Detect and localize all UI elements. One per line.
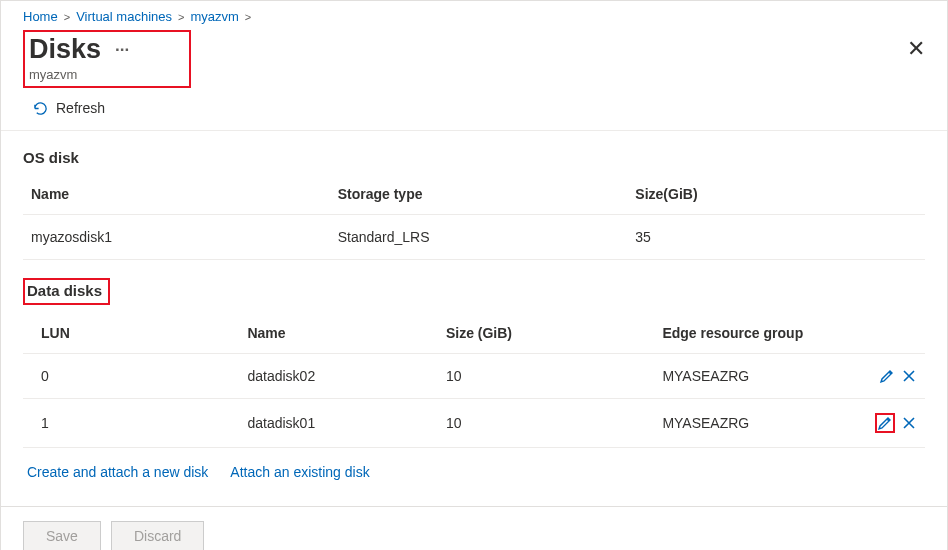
close-button[interactable]: ✕: [907, 36, 925, 62]
data-disk-size: 10: [438, 354, 654, 399]
data-disk-name: datadisk02: [239, 354, 437, 399]
save-button[interactable]: Save: [23, 521, 101, 550]
refresh-icon: [33, 101, 48, 116]
data-disks-section-title: Data disks: [23, 278, 110, 305]
os-disk-name: myazosdisk1: [23, 215, 330, 260]
chevron-right-icon: >: [64, 11, 70, 23]
edit-button[interactable]: [879, 368, 895, 384]
data-disk-erg: MYASEAZRG: [654, 399, 852, 448]
data-col-erg: Edge resource group: [654, 315, 852, 354]
data-disk-erg: MYASEAZRG: [654, 354, 852, 399]
create-attach-disk-link[interactable]: Create and attach a new disk: [27, 464, 208, 480]
attach-existing-disk-link[interactable]: Attach an existing disk: [230, 464, 369, 480]
data-disk-size: 10: [438, 399, 654, 448]
breadcrumb-resource[interactable]: myazvm: [190, 9, 238, 24]
more-ellipsis-icon[interactable]: ···: [115, 40, 129, 60]
os-disk-section-title: OS disk: [23, 131, 925, 176]
delete-button[interactable]: [901, 415, 917, 431]
breadcrumb: Home > Virtual machines > myazvm >: [1, 1, 947, 30]
data-col-size: Size (GiB): [438, 315, 654, 354]
discard-button[interactable]: Discard: [111, 521, 204, 550]
breadcrumb-virtual-machines[interactable]: Virtual machines: [76, 9, 172, 24]
page-title: Disks: [29, 34, 101, 65]
data-col-name: Name: [239, 315, 437, 354]
data-disks-table: LUN Name Size (GiB) Edge resource group …: [23, 315, 925, 448]
data-disk-name: datadisk01: [239, 399, 437, 448]
os-col-storage: Storage type: [330, 176, 628, 215]
table-row: 0 datadisk02 10 MYASEAZRG: [23, 354, 925, 399]
edit-button[interactable]: [877, 415, 893, 431]
os-disk-size: 35: [627, 215, 925, 260]
os-col-size: Size(GiB): [627, 176, 925, 215]
refresh-label: Refresh: [56, 100, 105, 116]
os-disk-storage: Standard_LRS: [330, 215, 628, 260]
os-col-name: Name: [23, 176, 330, 215]
data-disk-lun: 1: [23, 399, 239, 448]
table-row: 1 datadisk01 10 MYASEAZRG: [23, 399, 925, 448]
breadcrumb-home[interactable]: Home: [23, 9, 58, 24]
delete-button[interactable]: [901, 368, 917, 384]
chevron-right-icon: >: [245, 11, 251, 23]
data-disk-lun: 0: [23, 354, 239, 399]
refresh-button[interactable]: Refresh: [1, 90, 947, 131]
page-subtitle: myazvm: [29, 67, 129, 82]
table-row: myazosdisk1 Standard_LRS 35: [23, 215, 925, 260]
chevron-right-icon: >: [178, 11, 184, 23]
os-disk-table: Name Storage type Size(GiB) myazosdisk1 …: [23, 176, 925, 260]
data-col-lun: LUN: [23, 315, 239, 354]
